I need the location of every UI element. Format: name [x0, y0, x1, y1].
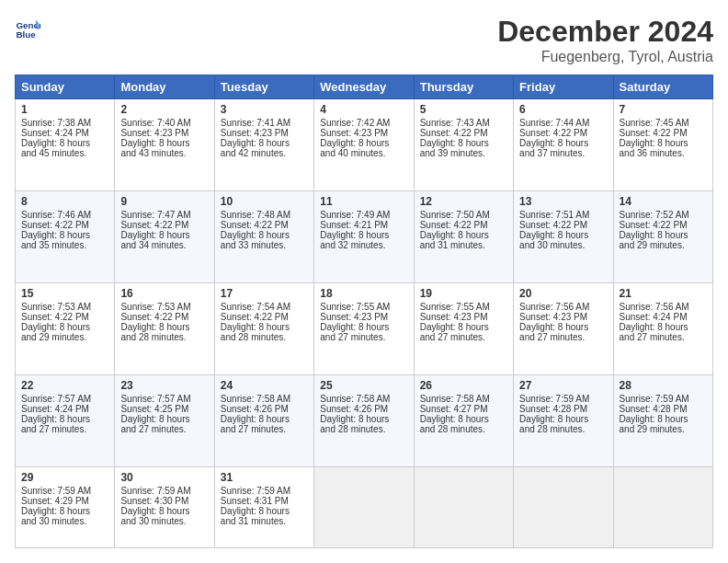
day-info: Daylight: 8 hours	[519, 414, 607, 424]
calendar-cell: 2Sunrise: 7:40 AMSunset: 4:23 PMDaylight…	[115, 99, 214, 191]
day-info: Sunset: 4:23 PM	[420, 312, 507, 322]
day-info: Daylight: 8 hours	[221, 230, 308, 240]
day-info: Daylight: 8 hours	[221, 506, 308, 516]
day-info: Sunrise: 7:58 AM	[420, 394, 507, 404]
day-info: Daylight: 8 hours	[21, 230, 108, 240]
day-info: and 30 minutes.	[519, 240, 607, 250]
day-info: Sunrise: 7:55 AM	[320, 302, 407, 312]
day-info: Sunrise: 7:59 AM	[21, 486, 108, 496]
calendar-cell: 16Sunrise: 7:53 AMSunset: 4:22 PMDayligh…	[115, 283, 214, 375]
day-info: Sunset: 4:24 PM	[620, 312, 707, 322]
day-info: Sunset: 4:23 PM	[221, 128, 308, 138]
calendar-cell: 20Sunrise: 7:56 AMSunset: 4:23 PMDayligh…	[514, 283, 613, 375]
day-number: 22	[21, 379, 108, 392]
day-info: Sunrise: 7:59 AM	[221, 486, 308, 496]
main-title: December 2024	[497, 15, 713, 49]
day-info: Sunrise: 7:53 AM	[21, 302, 108, 312]
day-info: Daylight: 8 hours	[120, 506, 208, 516]
day-info: and 34 minutes.	[120, 240, 208, 250]
day-number: 9	[120, 195, 208, 208]
page: General Blue December 2024 Fuegenberg, T…	[0, 0, 728, 563]
day-info: Sunset: 4:22 PM	[620, 128, 707, 138]
day-number: 4	[320, 103, 407, 116]
day-info: Daylight: 8 hours	[320, 138, 407, 148]
day-info: Sunset: 4:22 PM	[519, 220, 607, 230]
day-info: Daylight: 8 hours	[221, 322, 308, 332]
svg-text:Blue: Blue	[16, 29, 36, 40]
day-number: 17	[221, 287, 308, 300]
day-info: Sunrise: 7:46 AM	[21, 210, 108, 220]
day-info: Sunset: 4:27 PM	[420, 404, 507, 414]
day-info: Sunrise: 7:58 AM	[320, 394, 407, 404]
day-info: Sunrise: 7:59 AM	[120, 486, 208, 496]
calendar-cell: 10Sunrise: 7:48 AMSunset: 4:22 PMDayligh…	[214, 191, 313, 283]
calendar-cell: 8Sunrise: 7:46 AMSunset: 4:22 PMDaylight…	[16, 191, 115, 283]
logo: General Blue	[15, 15, 40, 40]
day-info: Sunset: 4:30 PM	[120, 496, 208, 506]
day-info: Daylight: 8 hours	[120, 414, 208, 424]
day-info: and 43 minutes.	[120, 148, 208, 158]
day-number: 19	[420, 287, 507, 300]
col-tuesday: Tuesday	[214, 75, 313, 99]
day-number: 18	[320, 287, 407, 300]
day-info: Sunrise: 7:42 AM	[320, 118, 407, 128]
calendar-cell: 13Sunrise: 7:51 AMSunset: 4:22 PMDayligh…	[514, 191, 613, 283]
day-info: Sunrise: 7:45 AM	[620, 118, 707, 128]
day-info: Daylight: 8 hours	[320, 230, 407, 240]
calendar-cell: 11Sunrise: 7:49 AMSunset: 4:21 PMDayligh…	[314, 191, 414, 283]
day-info: and 28 minutes.	[320, 424, 407, 434]
col-sunday: Sunday	[16, 75, 115, 99]
day-info: Sunset: 4:23 PM	[519, 312, 607, 322]
day-info: Daylight: 8 hours	[21, 322, 108, 332]
calendar-cell	[613, 467, 712, 548]
day-info: Sunset: 4:23 PM	[320, 312, 407, 322]
day-number: 2	[120, 103, 208, 116]
day-info: Daylight: 8 hours	[21, 414, 108, 424]
day-info: and 29 minutes.	[620, 424, 707, 434]
day-number: 29	[21, 471, 108, 484]
day-number: 28	[620, 379, 707, 392]
day-info: and 29 minutes.	[21, 332, 108, 342]
day-info: Sunset: 4:28 PM	[519, 404, 607, 414]
day-info: Sunrise: 7:50 AM	[420, 210, 507, 220]
day-info: Sunset: 4:22 PM	[420, 220, 507, 230]
day-info: Sunset: 4:22 PM	[519, 128, 607, 138]
day-info: Daylight: 8 hours	[221, 414, 308, 424]
day-info: and 27 minutes.	[120, 424, 208, 434]
day-info: Sunrise: 7:43 AM	[420, 118, 507, 128]
day-info: Daylight: 8 hours	[420, 322, 507, 332]
day-info: and 27 minutes.	[620, 332, 707, 342]
day-info: and 27 minutes.	[320, 332, 407, 342]
day-info: Daylight: 8 hours	[519, 230, 607, 240]
day-info: Sunrise: 7:44 AM	[519, 118, 607, 128]
calendar-cell: 26Sunrise: 7:58 AMSunset: 4:27 PMDayligh…	[414, 375, 513, 467]
day-info: Sunrise: 7:56 AM	[519, 302, 607, 312]
day-info: Sunrise: 7:58 AM	[221, 394, 308, 404]
col-saturday: Saturday	[613, 75, 712, 99]
day-info: Daylight: 8 hours	[519, 138, 607, 148]
day-info: Sunset: 4:31 PM	[221, 496, 308, 506]
calendar-cell: 9Sunrise: 7:47 AMSunset: 4:22 PMDaylight…	[115, 191, 214, 283]
day-info: Daylight: 8 hours	[120, 138, 208, 148]
day-info: and 39 minutes.	[420, 148, 507, 158]
day-info: Sunrise: 7:59 AM	[519, 394, 607, 404]
subtitle: Fuegenberg, Tyrol, Austria	[497, 49, 713, 65]
calendar-cell: 30Sunrise: 7:59 AMSunset: 4:30 PMDayligh…	[115, 467, 214, 548]
day-info: and 28 minutes.	[120, 332, 208, 342]
day-info: Daylight: 8 hours	[420, 414, 507, 424]
calendar-cell: 15Sunrise: 7:53 AMSunset: 4:22 PMDayligh…	[16, 283, 115, 375]
calendar-cell: 21Sunrise: 7:56 AMSunset: 4:24 PMDayligh…	[613, 283, 712, 375]
day-info: Sunrise: 7:59 AM	[620, 394, 707, 404]
day-info: Sunrise: 7:55 AM	[420, 302, 507, 312]
day-info: Daylight: 8 hours	[620, 138, 707, 148]
day-info: Sunrise: 7:41 AM	[221, 118, 308, 128]
day-number: 12	[420, 195, 507, 208]
day-number: 11	[320, 195, 407, 208]
day-number: 30	[120, 471, 208, 484]
day-info: Sunset: 4:29 PM	[21, 496, 108, 506]
day-info: and 31 minutes.	[420, 240, 507, 250]
calendar-cell: 27Sunrise: 7:59 AMSunset: 4:28 PMDayligh…	[514, 375, 613, 467]
calendar-cell	[514, 467, 613, 548]
calendar-cell: 3Sunrise: 7:41 AMSunset: 4:23 PMDaylight…	[214, 99, 313, 191]
day-info: and 40 minutes.	[320, 148, 407, 158]
